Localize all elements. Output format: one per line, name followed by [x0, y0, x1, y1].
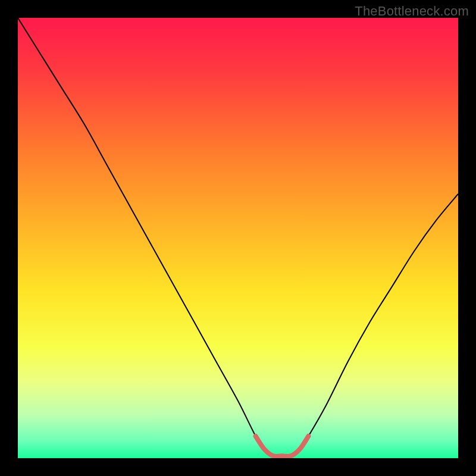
optimal-band [256, 436, 309, 456]
bottleneck-curve [18, 18, 458, 456]
watermark-text: TheBottleneck.com [355, 4, 469, 19]
plot-area [18, 18, 458, 458]
chart-frame: TheBottleneck.com [0, 0, 476, 476]
chart-curve-layer [18, 18, 458, 458]
